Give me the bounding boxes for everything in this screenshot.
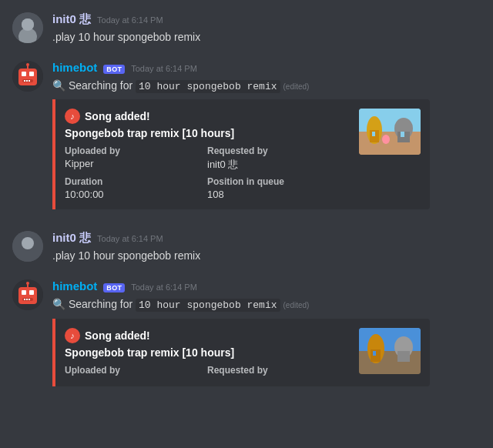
message-content: himebot BOT Today at 6:14 PM 🔍 Searching…: [52, 279, 481, 386]
svg-point-24: [22, 237, 34, 249]
embed: ♪ Song added! Spongebob trap remix [10 h…: [52, 99, 430, 209]
embed-song-title: Spongebob trap remix [10 hours]: [65, 346, 350, 359]
embed-field-queue: Position in queue 108: [207, 176, 350, 200]
timestamp: Today at 6:14 PM: [97, 15, 163, 25]
edited-tag: (edited): [283, 82, 310, 91]
timestamp: Today at 6:14 PM: [131, 64, 197, 73]
message-header: init0 悲 Today at 6:14 PM: [52, 231, 481, 246]
bot-avatar: [12, 279, 43, 310]
music-icon: ♪: [65, 109, 80, 124]
svg-point-22: [382, 135, 390, 144]
embed-field-uploaded-by: Uploaded by Kipper: [65, 145, 207, 172]
field-value-uploaded: Kipper: [65, 158, 207, 169]
svg-point-13: [26, 63, 29, 66]
svg-rect-18: [372, 132, 375, 136]
search-prefix: 🔍 Searching for: [52, 79, 136, 92]
timestamp: Today at 6:14 PM: [131, 283, 197, 292]
username: init0 悲: [52, 12, 91, 27]
field-label-queue: Position in queue: [207, 176, 350, 187]
username: himebot: [52, 279, 97, 293]
bot-avatar: [12, 61, 43, 92]
message-group-1: init0 悲 Today at 6:14 PM .play 10 hour s…: [0, 0, 493, 48]
embed-song-added: Song added!: [85, 110, 150, 122]
svg-rect-28: [29, 290, 34, 295]
timestamp: Today at 6:14 PM: [97, 234, 163, 243]
field-value-queue: 108: [207, 189, 350, 200]
svg-rect-7: [29, 72, 34, 76]
svg-rect-32: [29, 299, 30, 300]
svg-rect-31: [26, 299, 28, 300]
embed-title-row: ♪ Song added!: [65, 109, 350, 124]
svg-rect-41: [397, 351, 410, 362]
message-header: himebot BOT Today at 6:14 PM: [52, 279, 481, 293]
message-content: init0 悲 Today at 6:14 PM .play 10 hour s…: [52, 12, 481, 45]
message-header: init0 悲 Today at 6:14 PM: [52, 12, 481, 27]
avatar: [12, 12, 43, 43]
message-text: .play 10 hour spongebob remix: [52, 30, 481, 45]
svg-rect-10: [26, 80, 28, 82]
music-icon: ♪: [65, 328, 80, 343]
svg-point-3: [22, 18, 34, 31]
svg-rect-11: [29, 80, 30, 82]
svg-rect-5: [18, 69, 37, 85]
svg-rect-27: [22, 290, 26, 295]
svg-point-34: [26, 282, 29, 285]
search-query: 10 hour spongebob remix: [136, 299, 280, 312]
message-group-4: himebot BOT Today at 6:14 PM 🔍 Searching…: [0, 267, 493, 389]
svg-rect-39: [373, 351, 376, 356]
field-value-duration: 10:00:00: [65, 189, 207, 200]
message-group-3: init0 悲 Today at 6:14 PM .play 10 hour s…: [0, 219, 493, 267]
bot-badge: BOT: [103, 283, 125, 293]
svg-rect-6: [22, 72, 26, 76]
embed-song-added: Song added!: [85, 329, 150, 342]
field-label-duration: Duration: [65, 176, 207, 187]
search-line: 🔍 Searching for 10 hour spongebob remix(…: [52, 296, 481, 314]
search-query: 10 hour spongebob remix: [136, 80, 280, 93]
chat-container: init0 悲 Today at 6:14 PM .play 10 hour s…: [0, 0, 493, 389]
embed-body: ♪ Song added! Spongebob trap remix [10 h…: [65, 109, 350, 200]
svg-rect-9: [24, 80, 25, 82]
bot-badge: BOT: [103, 65, 125, 74]
embed-field-uploaded-by: Uploaded by: [65, 365, 207, 377]
field-label-requested: Requested by: [207, 365, 350, 376]
field-value-requested: init0 悲: [207, 158, 350, 172]
field-label-uploaded: Uploaded by: [65, 145, 207, 156]
embed-thumbnail: [359, 328, 421, 374]
embed: ♪ Song added! Spongebob trap remix [10 h…: [52, 319, 430, 386]
message-content: init0 悲 Today at 6:14 PM .play 10 hour s…: [52, 231, 481, 264]
embed-fields: Uploaded by Requested by: [65, 365, 350, 377]
embed-field-duration: Duration 10:00:00: [65, 176, 207, 200]
embed-title-row: ♪ Song added!: [65, 328, 350, 343]
message-header: himebot BOT Today at 6:14 PM: [52, 61, 481, 74]
embed-field-requested-by: Requested by: [207, 365, 350, 377]
field-label-uploaded: Uploaded by: [65, 365, 207, 376]
embed-thumbnail: [359, 109, 421, 155]
embed-song-title: Spongebob trap remix [10 hours]: [65, 127, 350, 139]
embed-field-requested-by: Requested by init0 悲: [207, 145, 350, 172]
field-label-requested: Requested by: [207, 145, 350, 156]
edited-tag: (edited): [283, 301, 310, 309]
username: himebot: [52, 61, 97, 74]
svg-rect-26: [18, 287, 37, 304]
svg-rect-30: [24, 299, 25, 300]
avatar: [12, 231, 43, 262]
message-group-2: himebot BOT Today at 6:14 PM 🔍 Searching…: [0, 48, 493, 213]
search-line: 🔍 Searching for 10 hour spongebob remix(…: [52, 77, 481, 95]
username: init0 悲: [52, 231, 91, 246]
message-text: .play 10 hour spongebob remix: [52, 249, 481, 264]
svg-rect-21: [401, 132, 404, 137]
embed-fields: Uploaded by Kipper Requested by init0 悲 …: [65, 145, 350, 200]
message-content: himebot BOT Today at 6:14 PM 🔍 Searching…: [52, 61, 481, 210]
embed-body: ♪ Song added! Spongebob trap remix [10 h…: [65, 328, 350, 377]
search-prefix: 🔍 Searching for: [52, 298, 136, 310]
